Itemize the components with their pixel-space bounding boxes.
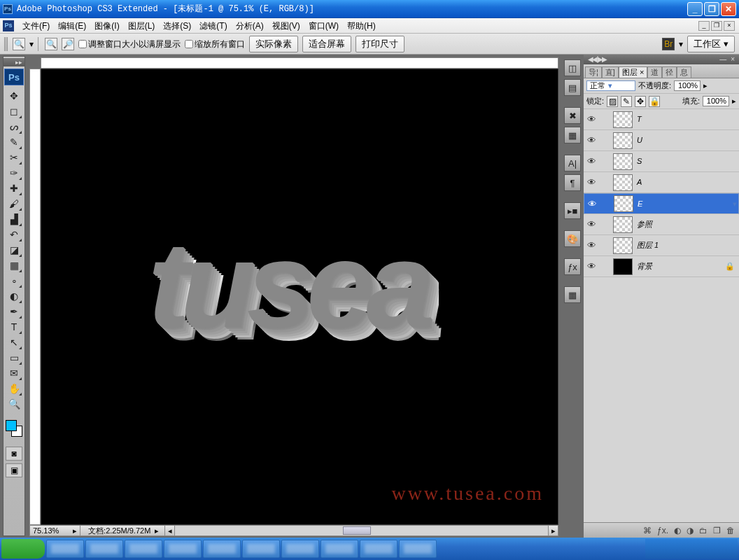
layer-name[interactable]: E: [636, 200, 730, 208]
layer-mask-icon[interactable]: ◐: [674, 526, 681, 535]
visibility-icon[interactable]: 👁: [585, 134, 598, 147]
marquee-tool[interactable]: ◻: [6, 104, 22, 119]
styles-panel-icon[interactable]: 🎨: [564, 230, 581, 247]
minimize-button[interactable]: _: [687, 2, 703, 16]
panel-tab[interactable]: 息: [677, 66, 691, 78]
layer-thumbnail[interactable]: [613, 216, 633, 233]
ruler-horizontal[interactable]: [41, 57, 558, 69]
taskbar-item[interactable]: [399, 540, 437, 558]
layer-row[interactable]: 👁E: [584, 193, 739, 214]
layer-thumbnail[interactable]: [613, 132, 633, 149]
quick-mask-button[interactable]: ◙: [6, 447, 22, 461]
foreground-color-swatch[interactable]: [6, 420, 17, 431]
crop-tool[interactable]: ✂: [6, 150, 22, 165]
stamp-tool[interactable]: ▟: [6, 211, 22, 227]
taskbar-item[interactable]: [360, 540, 397, 558]
layer-row[interactable]: 👁S: [584, 151, 739, 172]
layer-row[interactable]: 👁A: [584, 172, 739, 193]
notes-tool[interactable]: ✉: [6, 365, 22, 381]
paragraph-panel-icon[interactable]: ¶: [564, 174, 581, 191]
layer-thumbnail[interactable]: [613, 153, 633, 170]
ruler-vertical[interactable]: [29, 69, 41, 525]
path-select-tool[interactable]: ↖: [6, 335, 22, 350]
start-button[interactable]: [1, 539, 45, 559]
lock-position-icon[interactable]: ✥: [635, 96, 646, 107]
zoom-level-field[interactable]: 75.13%▸: [30, 526, 80, 536]
actions-panel-icon[interactable]: ▸■: [564, 202, 581, 219]
layer-row[interactable]: 👁背景🔒: [584, 256, 739, 277]
layer-thumbnail[interactable]: [613, 258, 633, 275]
layer-row[interactable]: 👁参照: [584, 214, 739, 235]
fill-flyout-icon[interactable]: ▸: [732, 97, 736, 105]
tool-presets-panel-icon[interactable]: ▦: [564, 286, 581, 303]
document-canvas[interactable]: tusea www.tusea.com: [41, 69, 558, 525]
panel-tab[interactable]: 图层 ×: [619, 66, 647, 78]
zoom-tool-preset-icon[interactable]: 🔍: [13, 38, 25, 50]
new-layer-icon[interactable]: ❐: [713, 526, 721, 535]
taskbar-item[interactable]: [242, 540, 280, 558]
taskbar-item[interactable]: [321, 540, 358, 558]
eraser-tool[interactable]: ◪: [6, 242, 22, 258]
visibility-icon[interactable]: 👁: [585, 113, 598, 126]
panel-tab[interactable]: 直]: [602, 66, 619, 78]
panel-tab[interactable]: 道: [647, 66, 662, 78]
workspace-button[interactable]: 工作区 ▾: [687, 36, 735, 52]
dodge-tool[interactable]: ◐: [6, 288, 22, 304]
maximize-button[interactable]: ❐: [704, 2, 719, 16]
taskbar-item[interactable]: [203, 540, 241, 558]
color-panel-icon[interactable]: ✖: [564, 107, 581, 124]
layer-name[interactable]: U: [635, 136, 738, 144]
visibility-icon[interactable]: 👁: [585, 260, 598, 273]
gradient-tool[interactable]: ▦: [6, 258, 22, 273]
blend-mode-select[interactable]: 正常: [586, 80, 635, 91]
scroll-right-button[interactable]: ▸: [548, 526, 558, 536]
layer-name[interactable]: 参照: [635, 220, 738, 228]
visibility-icon[interactable]: 👁: [585, 218, 598, 231]
hand-tool[interactable]: ✋: [6, 381, 22, 396]
layer-thumbnail[interactable]: [613, 174, 633, 191]
layer-name[interactable]: T: [635, 115, 738, 123]
actual-pixels-button[interactable]: 实际像素: [249, 36, 298, 52]
pen-tool[interactable]: ✒: [6, 304, 22, 319]
mdi-minimize-button[interactable]: _: [698, 21, 710, 31]
visibility-icon[interactable]: 👁: [585, 239, 598, 252]
layer-name[interactable]: 图层 1: [635, 241, 738, 249]
menu-item[interactable]: 分析(A): [232, 21, 268, 31]
layer-thumbnail[interactable]: [614, 195, 633, 212]
layer-thumbnail[interactable]: [613, 237, 633, 254]
panel-close-icon[interactable]: ×: [731, 56, 735, 63]
blur-tool[interactable]: ∘: [6, 273, 22, 288]
close-button[interactable]: ✕: [721, 2, 736, 16]
histogram-panel-icon[interactable]: ▤: [564, 79, 581, 96]
layer-name[interactable]: A: [635, 178, 738, 186]
mdi-restore-button[interactable]: ❐: [711, 21, 722, 31]
quick-select-tool[interactable]: ✎: [6, 134, 22, 150]
scrollbar-horizontal[interactable]: [175, 526, 548, 536]
delete-layer-icon[interactable]: 🗑: [726, 526, 735, 535]
visibility-icon[interactable]: 👁: [586, 197, 598, 210]
lasso-tool[interactable]: ᔕ: [6, 119, 22, 134]
brushes-panel-icon[interactable]: ƒx: [564, 258, 581, 275]
taskbar-item[interactable]: [281, 540, 319, 558]
menu-item[interactable]: 文件(F): [18, 21, 54, 31]
print-size-button[interactable]: 打印尺寸: [356, 36, 404, 52]
move-tool[interactable]: ✥: [6, 88, 22, 104]
taskbar-item[interactable]: [164, 540, 202, 558]
menu-item[interactable]: 视图(V): [268, 21, 304, 31]
color-swatches[interactable]: [4, 416, 24, 444]
opacity-flyout-icon[interactable]: ▸: [703, 82, 708, 90]
swatches-panel-icon[interactable]: ▦: [564, 127, 581, 144]
healing-tool[interactable]: ✚: [6, 181, 22, 196]
resize-window-checkbox[interactable]: 调整窗口大小以满屏显示: [78, 40, 181, 48]
layer-row[interactable]: 👁U: [584, 130, 739, 151]
menu-item[interactable]: 图像(I): [90, 21, 123, 31]
taskbar-item[interactable]: [85, 540, 123, 558]
panel-strip[interactable]: ◀◀ | ▶▶ —×: [584, 55, 739, 64]
menu-item[interactable]: 编辑(E): [54, 21, 90, 31]
tools-collapse-icon[interactable]: ▸▸: [3, 58, 24, 66]
zoom-out-icon[interactable]: 🔎: [62, 38, 74, 50]
zoom-in-icon[interactable]: 🔍: [45, 38, 57, 50]
layer-name[interactable]: 背景: [635, 262, 722, 270]
bridge-icon[interactable]: Br: [662, 38, 675, 50]
layer-name[interactable]: S: [635, 158, 738, 165]
